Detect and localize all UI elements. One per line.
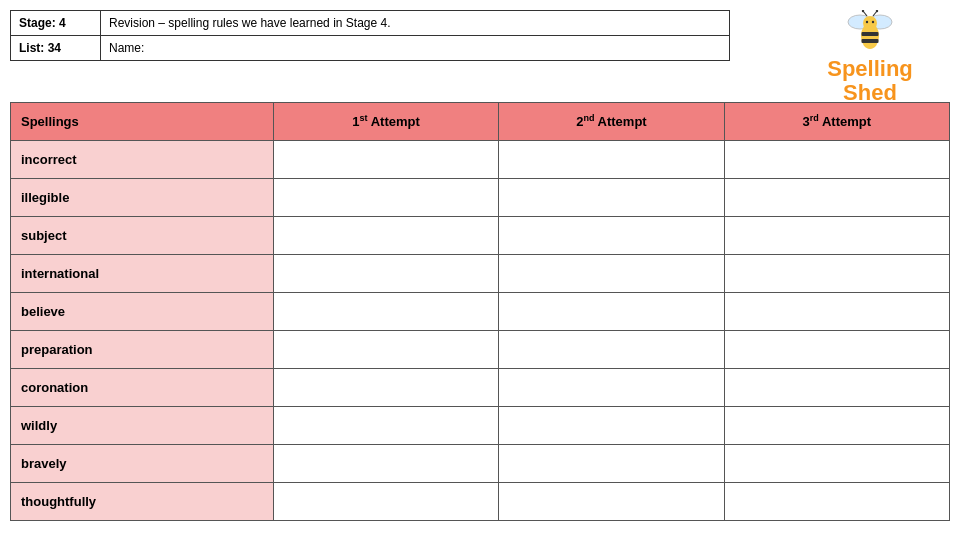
svg-rect-4	[862, 39, 879, 43]
col-header-attempt3: 3rd Attempt	[724, 103, 949, 141]
table-row: believe	[11, 293, 950, 331]
stage-label: Stage: 4	[11, 11, 101, 36]
attempt3-cell[interactable]	[724, 141, 949, 179]
col-header-attempt1: 1st Attempt	[273, 103, 498, 141]
spelling-word: believe	[11, 293, 274, 331]
attempt2-cell[interactable]	[499, 293, 724, 331]
table-row: coronation	[11, 369, 950, 407]
col-header-attempt2: 2nd Attempt	[499, 103, 724, 141]
attempt1-cell[interactable]	[273, 445, 498, 483]
svg-point-6	[866, 21, 868, 23]
attempt1-cell[interactable]	[273, 255, 498, 293]
table-row: preparation	[11, 331, 950, 369]
spelling-word: illegible	[11, 179, 274, 217]
logo-container: Spelling Shed	[805, 10, 935, 90]
table-row: international	[11, 255, 950, 293]
bee-icon	[845, 10, 895, 55]
attempt2-cell[interactable]	[499, 445, 724, 483]
attempt3-cell[interactable]	[724, 293, 949, 331]
attempt1-cell[interactable]	[273, 141, 498, 179]
info-table: Stage: 4 Revision – spelling rules we ha…	[10, 10, 730, 61]
col-header-spellings: Spellings	[11, 103, 274, 141]
attempt2-cell[interactable]	[499, 179, 724, 217]
table-row: subject	[11, 217, 950, 255]
attempt2-cell[interactable]	[499, 483, 724, 521]
attempt3-cell[interactable]	[724, 483, 949, 521]
attempt1-cell[interactable]	[273, 179, 498, 217]
spelling-table: Spellings 1st Attempt 2nd Attempt 3rd At…	[10, 102, 950, 521]
spelling-word: coronation	[11, 369, 274, 407]
attempt2-cell[interactable]	[499, 255, 724, 293]
svg-point-5	[863, 16, 877, 30]
attempt1-cell[interactable]	[273, 217, 498, 255]
logo-line2: Shed	[843, 80, 897, 105]
attempt2-cell[interactable]	[499, 369, 724, 407]
top-section: Stage: 4 Revision – spelling rules we ha…	[10, 10, 950, 90]
attempt2-cell[interactable]	[499, 331, 724, 369]
attempt3-cell[interactable]	[724, 217, 949, 255]
attempt3-cell[interactable]	[724, 179, 949, 217]
attempt1-cell[interactable]	[273, 407, 498, 445]
svg-point-7	[872, 21, 874, 23]
table-row: bravely	[11, 445, 950, 483]
spelling-word: thoughtfully	[11, 483, 274, 521]
svg-rect-3	[862, 32, 879, 36]
spelling-word: incorrect	[11, 141, 274, 179]
table-row: illegible	[11, 179, 950, 217]
attempt3-cell[interactable]	[724, 331, 949, 369]
attempt2-cell[interactable]	[499, 141, 724, 179]
spelling-word: bravely	[11, 445, 274, 483]
table-header-row: Spellings 1st Attempt 2nd Attempt 3rd At…	[11, 103, 950, 141]
logo-line1: Spelling	[827, 56, 913, 81]
attempt3-cell[interactable]	[724, 407, 949, 445]
spelling-word: preparation	[11, 331, 274, 369]
spelling-word: subject	[11, 217, 274, 255]
attempt3-cell[interactable]	[724, 369, 949, 407]
stage-description: Revision – spelling rules we have learne…	[101, 11, 730, 36]
attempt1-cell[interactable]	[273, 369, 498, 407]
attempt1-cell[interactable]	[273, 483, 498, 521]
logo-area: Spelling Shed	[790, 10, 950, 90]
table-row: incorrect	[11, 141, 950, 179]
attempt3-cell[interactable]	[724, 445, 949, 483]
table-row: thoughtfully	[11, 483, 950, 521]
attempt1-cell[interactable]	[273, 331, 498, 369]
spelling-word: wildly	[11, 407, 274, 445]
list-label: List: 34	[11, 36, 101, 61]
attempt2-cell[interactable]	[499, 217, 724, 255]
attempt2-cell[interactable]	[499, 407, 724, 445]
logo-text: Spelling Shed	[805, 57, 935, 105]
spelling-word: international	[11, 255, 274, 293]
attempt3-cell[interactable]	[724, 255, 949, 293]
name-label: Name:	[101, 36, 730, 61]
table-row: wildly	[11, 407, 950, 445]
attempt1-cell[interactable]	[273, 293, 498, 331]
